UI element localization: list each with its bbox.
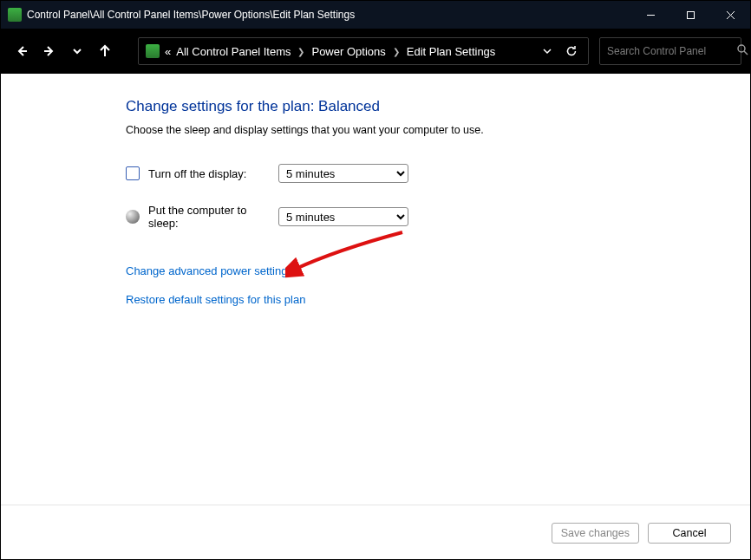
- sleep-select[interactable]: 5 minutes: [278, 207, 408, 226]
- back-button[interactable]: [10, 39, 34, 63]
- svg-point-7: [738, 45, 745, 52]
- search-icon: [737, 43, 748, 59]
- address-dropdown-button[interactable]: [538, 47, 557, 55]
- breadcrumb-item[interactable]: Power Options: [311, 45, 385, 58]
- search-box[interactable]: [599, 37, 741, 65]
- setting-display-off: Turn off the display: 5 minutes: [126, 164, 750, 183]
- setting-sleep: Put the computer to sleep: 5 minutes: [126, 204, 750, 230]
- moon-icon: [126, 210, 140, 224]
- close-button[interactable]: [710, 1, 750, 29]
- svg-rect-1: [687, 11, 694, 18]
- forward-button[interactable]: [37, 39, 62, 63]
- divider: [1, 505, 750, 505]
- up-button[interactable]: [93, 39, 117, 63]
- advanced-settings-link[interactable]: Change advanced power settings: [126, 264, 293, 277]
- content-area: Change settings for the plan: Balanced C…: [1, 74, 750, 559]
- svg-line-8: [744, 51, 748, 55]
- setting-label: Turn off the display:: [148, 167, 278, 180]
- window: Control Panel\All Control Panel Items\Po…: [0, 0, 751, 560]
- setting-label: Put the computer to sleep:: [148, 204, 278, 230]
- display-off-select[interactable]: 5 minutes: [278, 164, 408, 183]
- refresh-button[interactable]: [562, 45, 581, 57]
- page-title: Change settings for the plan: Balanced: [126, 98, 750, 115]
- save-button: Save changes: [552, 523, 639, 544]
- address-icon: [146, 44, 160, 58]
- app-icon: [8, 8, 22, 22]
- titlebar: Control Panel\All Control Panel Items\Po…: [1, 1, 750, 29]
- restore-defaults-link[interactable]: Restore default settings for this plan: [126, 293, 305, 306]
- search-input[interactable]: [607, 45, 737, 57]
- breadcrumb-item[interactable]: All Control Panel Items: [176, 45, 291, 58]
- minimize-button[interactable]: [630, 1, 670, 29]
- action-row: Save changes Cancel: [552, 523, 731, 544]
- chevron-right-icon[interactable]: ❯: [296, 47, 306, 56]
- navbar: « All Control Panel Items ❯ Power Option…: [1, 29, 750, 74]
- address-bar[interactable]: « All Control Panel Items ❯ Power Option…: [138, 37, 589, 65]
- page-subtitle: Choose the sleep and display settings th…: [126, 124, 750, 136]
- monitor-icon: [126, 166, 140, 180]
- window-title: Control Panel\All Control Panel Items\Po…: [27, 9, 355, 21]
- chevron-right-icon[interactable]: ❯: [391, 47, 402, 56]
- breadcrumb-item[interactable]: Edit Plan Settings: [407, 45, 496, 58]
- maximize-button[interactable]: [670, 1, 710, 29]
- cancel-button[interactable]: Cancel: [648, 523, 731, 544]
- breadcrumb-prefix: «: [165, 45, 171, 58]
- recent-locations-button[interactable]: [65, 39, 89, 63]
